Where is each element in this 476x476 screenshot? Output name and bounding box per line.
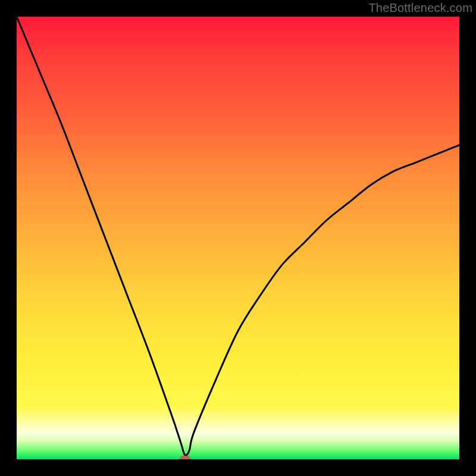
watermark-text: TheBottleneck.com bbox=[368, 1, 472, 15]
plot-area bbox=[17, 17, 459, 459]
optimum-marker bbox=[180, 456, 190, 459]
chart-frame: TheBottleneck.com bbox=[0, 0, 476, 476]
bottleneck-curve bbox=[17, 17, 459, 459]
